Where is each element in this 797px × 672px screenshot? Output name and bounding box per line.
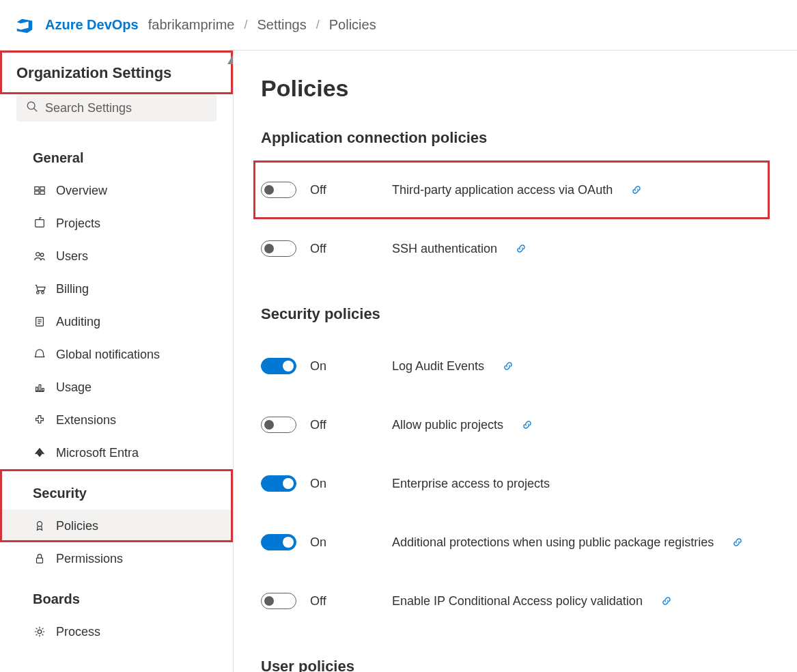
permissions-icon: [33, 552, 46, 565]
breadcrumb-bar: Azure DevOps fabrikamprime / Settings / …: [0, 0, 797, 51]
policy-toggle[interactable]: [261, 593, 296, 609]
policy-row: OnLog Audit Events: [261, 337, 770, 395]
search-icon: [26, 100, 38, 116]
sidebar-item-label: Permissions: [56, 552, 123, 566]
sidebar-item-label: Users: [56, 249, 88, 264]
sidebar-item-label: Projects: [56, 216, 100, 231]
page-title: Policies: [261, 75, 770, 102]
section-title: Security policies: [261, 305, 770, 323]
policy-row: OffThird-party application access via OA…: [253, 160, 770, 219]
svg-rect-2: [35, 187, 39, 191]
sidebar-item-extensions[interactable]: Extensions: [0, 404, 233, 436]
sidebar-scroll-indicator-icon: [227, 55, 234, 64]
link-icon[interactable]: [632, 184, 643, 195]
azure-devops-logo-icon: [14, 14, 36, 36]
breadcrumb-settings[interactable]: Settings: [257, 17, 306, 33]
notifications-icon: [33, 348, 46, 361]
policy-toggle-state: On: [310, 359, 351, 374]
breadcrumb-separator: /: [244, 18, 247, 32]
policy-name: Additional protections when using public…: [392, 535, 714, 550]
users-icon: [33, 249, 46, 263]
policy-name: Allow public projects: [392, 418, 503, 432]
svg-rect-4: [35, 191, 39, 195]
sidebar-item-label: Billing: [56, 282, 89, 296]
sidebar-item-label: Policies: [56, 519, 98, 533]
sidebar-group-general: General: [0, 134, 233, 174]
breadcrumb-separator: /: [316, 18, 320, 32]
sidebar-item-billing[interactable]: Billing: [0, 272, 233, 305]
svg-line-1: [34, 108, 38, 111]
search-placeholder: Search Settings: [45, 101, 132, 115]
svg-rect-5: [40, 191, 44, 195]
policy-row: OnEnterprise access to projects: [261, 454, 770, 513]
breadcrumb-org[interactable]: fabrikamprime: [148, 17, 235, 33]
sidebar-item-microsoft-entra[interactable]: Microsoft Entra: [0, 436, 233, 469]
section-title: Application connection policies: [261, 129, 770, 147]
sidebar-item-label: Auditing: [56, 315, 100, 329]
sidebar-item-label: Overview: [56, 184, 107, 198]
extensions-icon: [33, 413, 46, 427]
sidebar-group-security: Security: [0, 469, 233, 509]
link-icon[interactable]: [516, 243, 527, 254]
link-icon[interactable]: [503, 361, 514, 372]
entra-icon: [33, 446, 46, 460]
policy-row: OnAdditional protections when using publ…: [261, 513, 770, 572]
sidebar-title: Organization Settings: [0, 51, 233, 94]
sidebar-item-label: Global notifications: [56, 348, 160, 362]
policy-toggle-state: On: [310, 535, 351, 550]
sidebar-item-usage[interactable]: Usage: [0, 371, 233, 404]
sidebar-item-users[interactable]: Users: [0, 240, 233, 272]
policy-toggle[interactable]: [261, 182, 296, 198]
policy-toggle-state: Off: [310, 183, 351, 197]
sidebar-item-label: Process: [56, 625, 100, 639]
policies-icon: [33, 519, 46, 533]
svg-rect-16: [36, 387, 38, 391]
sidebar-item-auditing[interactable]: Auditing: [0, 305, 233, 338]
policy-toggle-state: Off: [310, 418, 351, 432]
policy-name: SSH authentication: [392, 242, 497, 256]
policy-toggle[interactable]: [261, 475, 296, 492]
breadcrumb-policies[interactable]: Policies: [329, 17, 376, 33]
sidebar-group-boards: Boards: [0, 575, 233, 615]
policy-name: Enable IP Conditional Access policy vali…: [392, 594, 643, 608]
svg-point-7: [36, 253, 40, 256]
policy-toggle[interactable]: [261, 240, 296, 257]
svg-rect-3: [40, 187, 44, 191]
section-title: User policies: [261, 658, 770, 672]
sidebar-item-global-notifications[interactable]: Global notifications: [0, 338, 233, 371]
usage-icon: [33, 380, 46, 394]
projects-icon: [33, 216, 46, 230]
brand-link[interactable]: Azure DevOps: [45, 17, 139, 33]
link-icon[interactable]: [733, 537, 744, 548]
svg-point-9: [37, 292, 40, 294]
policy-toggle[interactable]: [261, 358, 296, 374]
policy-name: Enterprise access to projects: [392, 477, 550, 491]
svg-point-21: [37, 522, 42, 527]
policy-name: Log Audit Events: [392, 359, 484, 374]
sidebar-item-process[interactable]: Process: [0, 615, 233, 648]
policy-toggle-state: Off: [310, 242, 351, 256]
sidebar-item-overview[interactable]: Overview: [0, 174, 233, 207]
sidebar-item-label: Usage: [56, 380, 92, 395]
sidebar-item-label: Microsoft Entra: [56, 446, 139, 460]
sidebar: Organization Settings Search Settings Ge…: [0, 51, 234, 672]
policy-toggle[interactable]: [261, 534, 296, 550]
svg-rect-6: [36, 220, 44, 227]
policy-row: OffEnable IP Conditional Access policy v…: [261, 572, 770, 630]
policy-toggle-state: On: [310, 477, 351, 491]
svg-rect-22: [37, 558, 43, 563]
process-icon: [33, 625, 46, 639]
content-area: Policies Application connection policies…: [234, 51, 797, 672]
sidebar-item-policies[interactable]: Policies: [0, 509, 233, 542]
sidebar-item-permissions[interactable]: Permissions: [0, 542, 233, 575]
search-input[interactable]: Search Settings: [16, 94, 216, 122]
policy-row: OffAllow public projects: [261, 395, 770, 454]
sidebar-item-projects[interactable]: Projects: [0, 207, 233, 240]
overview-icon: [33, 184, 46, 197]
link-icon[interactable]: [522, 419, 533, 430]
link-icon[interactable]: [662, 596, 673, 606]
policy-name: Third-party application access via OAuth: [392, 183, 613, 197]
sidebar-item-label: Extensions: [56, 413, 116, 428]
svg-point-0: [27, 102, 35, 109]
policy-toggle[interactable]: [261, 417, 296, 433]
